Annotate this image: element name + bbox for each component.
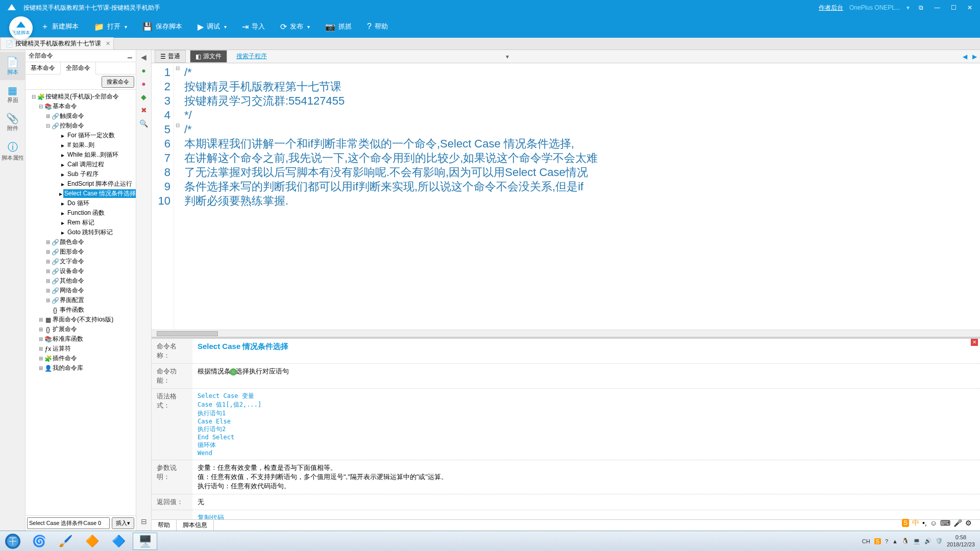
tree-item-rem[interactable]: ▸Rem 标记 bbox=[28, 218, 134, 228]
tree-item-sub[interactable]: ▸Sub 子程序 bbox=[28, 169, 134, 179]
tree-text[interactable]: ⊞🔗文字命令 bbox=[28, 257, 134, 266]
rail-attach[interactable]: 📎附件 bbox=[0, 108, 25, 136]
tree-operator[interactable]: ⊞ƒx运算符 bbox=[28, 344, 134, 354]
device-selector[interactable]: OnePlus ONEPL... bbox=[849, 4, 900, 11]
ime-settings-icon[interactable]: ⚙ bbox=[965, 519, 972, 527]
tree-item-while[interactable]: ▸While 如果..则循环 bbox=[28, 150, 134, 160]
capture-button[interactable]: 📷抓抓 bbox=[325, 22, 352, 32]
tree-control[interactable]: ⊟🔗控制命令 bbox=[28, 121, 134, 131]
tree-item-if[interactable]: ▸If 如果..则 bbox=[28, 140, 134, 150]
tree-item-goto[interactable]: ▸Goto 跳转到标记 bbox=[28, 228, 134, 237]
insert-code-input[interactable] bbox=[27, 517, 110, 529]
ime-emoji-icon[interactable]: ☺ bbox=[930, 519, 937, 527]
tree-item-endscript[interactable]: ▸EndScript 脚本停止运行 bbox=[28, 179, 134, 189]
editor-tab-normal[interactable]: ☰普通 bbox=[155, 50, 186, 63]
horizontal-scrollbar[interactable] bbox=[152, 330, 980, 337]
nav-back-icon[interactable]: ◀ bbox=[963, 53, 967, 60]
gutter-arrow-icon[interactable]: ◀ bbox=[141, 53, 146, 61]
help-tab-info[interactable]: 脚本信息 bbox=[177, 520, 214, 531]
tray-ime[interactable]: CH bbox=[862, 538, 870, 544]
ime-mic-icon[interactable]: 🎤 bbox=[953, 519, 962, 527]
taskbar-app-1[interactable]: 🌀 bbox=[27, 533, 51, 550]
taskbar-app-2[interactable]: 🖌️ bbox=[53, 533, 78, 550]
tray-network-icon[interactable]: 💻 bbox=[913, 538, 920, 544]
insert-button[interactable]: 插入▾ bbox=[112, 517, 134, 529]
tree-item-for[interactable]: ▸For 循环一定次数 bbox=[28, 131, 134, 140]
tree-tab-all[interactable]: 全部命令 bbox=[61, 62, 96, 74]
gutter-marker-2[interactable]: ● bbox=[141, 80, 145, 88]
ime-punct-icon[interactable]: •, bbox=[922, 519, 927, 527]
debug-button[interactable]: ▶调试▾ bbox=[198, 22, 227, 32]
tree-item-selectcase[interactable]: ▸Select Case 情况条件选择 bbox=[28, 189, 134, 198]
tree-uiconfig[interactable]: ⊞🔗界面配置 bbox=[28, 295, 134, 305]
ime-lang-icon[interactable]: 中 bbox=[912, 518, 919, 528]
tree-item-do[interactable]: ▸Do 循环 bbox=[28, 198, 134, 208]
tree-plugin[interactable]: ⊞🧩插件命令 bbox=[28, 354, 134, 363]
tray-security-icon[interactable]: 🛡️ bbox=[936, 538, 943, 544]
window-minimize-icon[interactable]: — bbox=[932, 3, 942, 13]
taskbar-app-3[interactable]: 🔶 bbox=[80, 533, 104, 550]
gutter-marker-4[interactable]: ✖ bbox=[141, 106, 147, 114]
code-lines[interactable]: /* 按键精灵手机版教程第十七节课 按键精灵学习交流群:554127455 */… bbox=[181, 63, 980, 337]
tree-touch[interactable]: ⊞🔗触摸命令 bbox=[28, 111, 134, 121]
tree-color[interactable]: ⊞🔗颜色命令 bbox=[28, 237, 134, 247]
tree-ext[interactable]: ⊞{}扩展命令 bbox=[28, 324, 134, 334]
window-close-icon[interactable]: ✕ bbox=[965, 3, 975, 13]
fold-column[interactable]: ⊟ ⊟ bbox=[174, 63, 181, 337]
gutter-search-icon[interactable]: 🔍 bbox=[139, 119, 148, 128]
gutter-collapse-icon[interactable]: ⊟ bbox=[141, 517, 147, 525]
new-script-button[interactable]: ＋新建脚本 bbox=[41, 21, 79, 32]
tree-shape[interactable]: ⊞🔗图形命令 bbox=[28, 247, 134, 257]
rail-props[interactable]: ⓘ脚本属性 bbox=[0, 136, 25, 166]
tree-root[interactable]: ⊟🧩按键精灵(手机版)-全部命令 bbox=[28, 92, 134, 102]
tray-help-icon[interactable]: ? bbox=[885, 538, 888, 544]
taskbar-app-4[interactable]: 🔷 bbox=[106, 533, 131, 550]
start-button[interactable] bbox=[0, 531, 26, 552]
tree-basic[interactable]: ⊟📚基本命令 bbox=[28, 102, 134, 111]
tab-close-icon[interactable]: ✕ bbox=[106, 40, 110, 47]
gutter-marker-1[interactable]: ● bbox=[141, 66, 145, 74]
nav-forward-icon[interactable]: ▶ bbox=[972, 53, 977, 60]
search-sub-link[interactable]: 搜索子程序 bbox=[236, 52, 267, 61]
tray-clock[interactable]: 0:58 2018/12/23 bbox=[947, 534, 975, 547]
open-button[interactable]: 📁打开▾ bbox=[94, 22, 127, 32]
ime-toolbar[interactable]: S 中 •, ☺ ⌨ 🎤 ⚙ bbox=[902, 518, 972, 528]
taskbar-app-current[interactable]: 🖥️ bbox=[133, 533, 157, 550]
tray-flag-icon[interactable]: ▲ bbox=[892, 538, 898, 544]
author-backend-link[interactable]: 作者后台 bbox=[819, 4, 843, 12]
rail-ui[interactable]: ▦界面 bbox=[0, 80, 25, 108]
rail-script[interactable]: 📄脚本 bbox=[0, 52, 25, 80]
help-tab-help[interactable]: 帮助 bbox=[152, 520, 177, 531]
search-commands-button[interactable]: 搜索命令 bbox=[102, 76, 134, 88]
editor-gutter: ◀ ● ● ◆ ✖ 🔍 ⊟ bbox=[136, 50, 152, 531]
dropdown-arrow-icon[interactable]: ▾ bbox=[506, 53, 509, 60]
tree-tab-basic[interactable]: 基本命令 bbox=[26, 62, 61, 74]
tray-volume-icon[interactable]: 🔊 bbox=[924, 538, 932, 544]
window-restore-icon[interactable]: ⧉ bbox=[916, 3, 926, 13]
collapse-icon[interactable]: ⚊ bbox=[127, 53, 133, 60]
float-badge[interactable]: 飞猪脚本 bbox=[9, 16, 33, 40]
copy-code-link[interactable]: 复制代码 bbox=[198, 514, 224, 519]
tree-other[interactable]: ⊞🔗其他命令 bbox=[28, 276, 134, 286]
tree-item-function[interactable]: ▸Function 函数 bbox=[28, 208, 134, 218]
help-close-icon[interactable]: ✕ bbox=[971, 339, 978, 346]
editor-tab-source[interactable]: ◧源文件 bbox=[190, 50, 227, 63]
import-button[interactable]: ⇥导入 bbox=[242, 22, 265, 32]
save-button[interactable]: 💾保存脚本 bbox=[142, 22, 182, 32]
tree-network[interactable]: ⊞🔗网络命令 bbox=[28, 286, 134, 295]
command-tree[interactable]: ⊟🧩按键精灵(手机版)-全部命令 ⊟📚基本命令 ⊞🔗触摸命令 ⊟🔗控制命令 ▸F… bbox=[26, 90, 136, 515]
window-maximize-icon[interactable]: ☐ bbox=[948, 3, 959, 13]
tree-device[interactable]: ⊞🔗设备命令 bbox=[28, 266, 134, 276]
tree-mylib[interactable]: ⊞👤我的命令库 bbox=[28, 363, 134, 373]
tree-eventfn[interactable]: {}事件函数 bbox=[28, 305, 134, 315]
tree-stdlib[interactable]: ⊞📚标准库函数 bbox=[28, 334, 134, 344]
code-editor[interactable]: 12345678910 ⊟ ⊟ /* 按键精灵手机版教程第十七节课 按键精灵学习… bbox=[152, 63, 980, 337]
publish-button[interactable]: ⟳发布▾ bbox=[280, 22, 310, 32]
tray-sogou-icon[interactable]: S bbox=[874, 538, 881, 544]
gutter-marker-3[interactable]: ◆ bbox=[141, 93, 146, 101]
tree-item-call[interactable]: ▸Call 调用过程 bbox=[28, 160, 134, 169]
tree-uicmd[interactable]: ⊞▦界面命令(不支持ios版) bbox=[28, 315, 134, 324]
tray-qq-icon[interactable]: 🐧 bbox=[902, 538, 909, 544]
help-button[interactable]: ?帮助 bbox=[367, 22, 388, 31]
ime-keyboard-icon[interactable]: ⌨ bbox=[940, 519, 950, 527]
